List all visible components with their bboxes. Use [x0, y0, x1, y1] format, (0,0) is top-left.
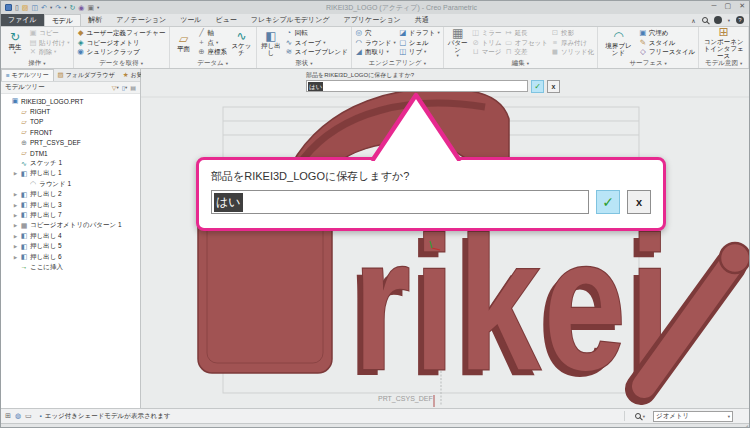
- sketch-button[interactable]: ∿スケッチ: [230, 30, 253, 56]
- tab-tools[interactable]: ツール: [173, 14, 208, 26]
- group-label-shapes[interactable]: 形状▾: [257, 58, 351, 68]
- boundary-blend-button[interactable]: ◠境界ブレンド: [601, 30, 636, 56]
- extend-button[interactable]: ↦延長: [505, 29, 548, 37]
- group-label-datum[interactable]: データム▾: [170, 58, 256, 68]
- redo-dropdown-icon[interactable]: ▾: [64, 5, 66, 10]
- tree-toggle-icon[interactable]: ⊞: [5, 412, 11, 420]
- offset-button[interactable]: ▭オフセット: [505, 39, 548, 47]
- tree-item[interactable]: ▱FRONT: [1, 127, 140, 137]
- swept-blend-button[interactable]: ≋スイープブレンド: [285, 48, 348, 56]
- tree-item[interactable]: ▶◧押し出し 1: [1, 169, 140, 179]
- style-button[interactable]: ✎スタイル: [639, 39, 695, 47]
- search-icon[interactable]: [702, 17, 708, 23]
- tab-applications[interactable]: アプリケーション: [337, 14, 408, 26]
- minimize-button[interactable]: ─: [712, 2, 717, 10]
- find-tool[interactable]: ▾: [635, 413, 645, 419]
- tree-item[interactable]: ▣RIKEI3D_LOGO.PRT: [1, 96, 140, 106]
- group-label-get-data[interactable]: データを取得▾: [74, 58, 169, 68]
- expander-icon[interactable]: ▶: [13, 234, 18, 239]
- tree-item[interactable]: ▶◧押し出し 4: [1, 231, 140, 241]
- group-label-surfaces[interactable]: サーフェス▾: [598, 58, 698, 68]
- component-interface-button[interactable]: ⊞コンポーネントインタフェース: [702, 26, 745, 59]
- extrude-button[interactable]: ◧押し出し: [260, 30, 282, 56]
- draft-button[interactable]: ◪ドラフト▾: [399, 29, 440, 37]
- close-button[interactable]: ✕: [739, 2, 745, 10]
- intersect-button[interactable]: ⊓交差: [505, 48, 548, 56]
- tab-analysis[interactable]: 解析: [81, 14, 109, 26]
- collapse-ribbon-icon[interactable]: ∧: [691, 17, 695, 24]
- callout-response-input[interactable]: はい: [211, 190, 589, 214]
- round-button[interactable]: ◠ラウンド▾: [355, 39, 396, 47]
- paste-button[interactable]: ▤貼り付け▾: [29, 39, 70, 47]
- expander-icon[interactable]: ▶: [13, 192, 18, 197]
- account-dropdown-icon[interactable]: ▾: [728, 18, 730, 23]
- shrinkwrap-button[interactable]: ◉シュリンクラップ: [77, 48, 166, 56]
- tree-item[interactable]: ▶◧押し出し 2: [1, 190, 140, 200]
- pattern-button[interactable]: ▦パターン▾: [447, 27, 469, 58]
- app-icon[interactable]: [5, 4, 12, 11]
- project-button[interactable]: ⊡投影: [551, 29, 594, 37]
- group-label-edit[interactable]: 編集▾: [444, 58, 597, 68]
- tree-item[interactable]: ▶◧押し出し 7: [1, 210, 140, 220]
- shell-button[interactable]: ▢シェル: [399, 39, 440, 47]
- qat-customize-icon[interactable]: ▾: [97, 5, 99, 10]
- expander-icon[interactable]: ▶: [13, 244, 18, 249]
- tree-item[interactable]: ◠ラウンド 1: [1, 179, 140, 189]
- tab-model[interactable]: モデル: [44, 14, 82, 26]
- group-label-model-intent[interactable]: モデル意図▾: [699, 58, 748, 68]
- redo-icon[interactable]: ↷: [55, 4, 61, 11]
- tree-item[interactable]: ▶◧押し出し 5: [1, 241, 140, 251]
- resize-grip[interactable]: ◢: [744, 423, 748, 428]
- tab-annotation[interactable]: アノテーション: [109, 14, 173, 26]
- expander-icon[interactable]: ▶: [13, 223, 18, 228]
- expander-icon[interactable]: ▶: [13, 255, 18, 260]
- view-manager-icon[interactable]: ◉: [78, 4, 84, 11]
- callout-accept-button[interactable]: ✓: [596, 190, 620, 214]
- thicken-button[interactable]: ≡厚み付け: [551, 39, 594, 47]
- regenerate-button[interactable]: ↻再生▾: [4, 31, 26, 55]
- prompt-accept-button[interactable]: ✓: [531, 80, 544, 93]
- mirror-button[interactable]: ◫ミラー: [472, 29, 502, 37]
- tree-item[interactable]: ▶◧押し出し 3: [1, 200, 140, 210]
- copy-geometry-button[interactable]: ◈コピージオメトリ: [77, 39, 166, 47]
- account-icon[interactable]: [714, 16, 722, 24]
- frame-icon[interactable]: ▭: [25, 412, 32, 420]
- undo-icon[interactable]: ↶: [41, 4, 47, 11]
- revolve-button[interactable]: ◔回転: [285, 29, 348, 37]
- axis-button[interactable]: ╱軸: [198, 29, 228, 37]
- tree-item[interactable]: ▱RIGHT: [1, 106, 140, 116]
- new-file-icon[interactable]: ▯: [15, 4, 19, 11]
- panel-tab-folder-browser[interactable]: ▨フォルダブラウザ: [54, 69, 119, 81]
- tree-item[interactable]: →ここに挿入: [1, 262, 140, 272]
- tree-columns-icon[interactable]: ▤: [130, 84, 136, 91]
- callout-cancel-button[interactable]: x: [627, 190, 651, 214]
- group-label-operations[interactable]: 操作▾: [1, 58, 73, 68]
- help-icon[interactable]: ?: [736, 16, 744, 24]
- group-label-engineering[interactable]: エンジニアリング▾: [352, 58, 443, 68]
- tab-common[interactable]: 共通: [408, 14, 436, 26]
- udf-button[interactable]: ◆ユーザー定義フィーチャー: [77, 29, 166, 37]
- chamfer-button[interactable]: ◢面取り▾: [355, 48, 396, 56]
- tree-item[interactable]: ⊕PRT_CSYS_DEF: [1, 138, 140, 148]
- expander-icon[interactable]: ▶: [13, 213, 18, 218]
- freestyle-button[interactable]: ◇フリースタイル: [639, 48, 695, 56]
- tree-item[interactable]: ▱DTM1: [1, 148, 140, 158]
- fill-button[interactable]: ▣穴埋め: [639, 29, 695, 37]
- tab-flexible-modeling[interactable]: フレキシブルモデリング: [244, 14, 337, 26]
- panel-tab-model-tree[interactable]: ≡モデルツリー: [1, 69, 54, 81]
- merge-button[interactable]: ⊔マージ: [472, 48, 502, 56]
- expander-icon[interactable]: ▶: [13, 171, 18, 176]
- window-icon[interactable]: ▣: [87, 4, 94, 11]
- point-button[interactable]: +点▾: [198, 39, 228, 47]
- hole-button[interactable]: ◎穴: [355, 29, 396, 37]
- solidify-button[interactable]: ◼ソリッド化: [551, 48, 594, 56]
- regenerate-qat-icon[interactable]: ↻: [69, 4, 75, 11]
- tree-item[interactable]: ▶◧押し出し 6: [1, 252, 140, 262]
- prompt-cancel-button[interactable]: x: [547, 80, 560, 93]
- tab-file[interactable]: ファイル: [1, 14, 44, 26]
- delete-button[interactable]: ✕削除▾: [29, 48, 70, 56]
- sweep-button[interactable]: ∿スイープ▾: [285, 39, 348, 47]
- maximize-button[interactable]: ▢: [725, 2, 732, 10]
- open-folder-icon[interactable]: ▨: [22, 4, 29, 11]
- trim-button[interactable]: ⊘トリム: [472, 39, 502, 47]
